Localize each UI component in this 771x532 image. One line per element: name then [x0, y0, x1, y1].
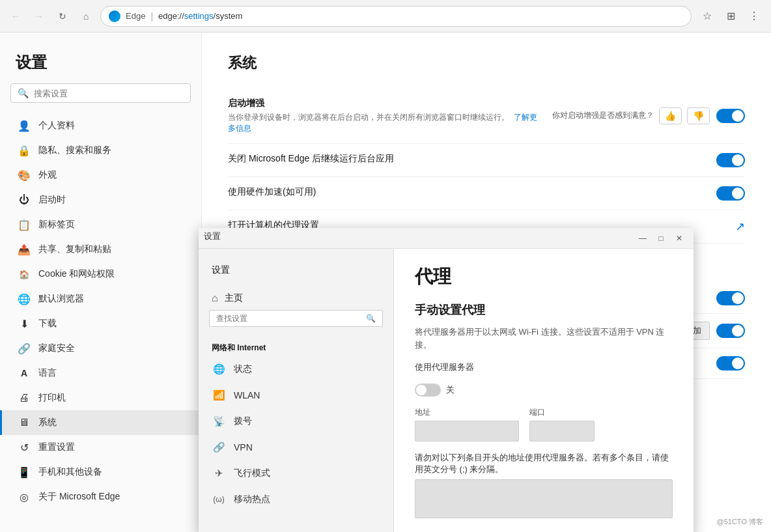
sidebar-item-mobile[interactable]: 📱 手机和其他设备 — [0, 460, 201, 484]
wlan-icon: 📶 — [212, 388, 226, 402]
address-field: 地址 — [415, 407, 519, 441]
sidebar-item-about[interactable]: ◎ 关于 Microsoft Edge — [0, 484, 201, 509]
dialog-nav-status[interactable]: 🌐 状态 — [199, 356, 393, 382]
share-icon: 📤 — [18, 243, 31, 256]
sidebar-item-default[interactable]: 🌐 默认浏览器 — [0, 287, 201, 311]
startup-icon: ⏻ — [18, 193, 31, 206]
fade-inactive-toggle[interactable] — [716, 324, 745, 338]
sidebar-item-label: 共享、复制和粘贴 — [38, 244, 111, 255]
sidebar-item-label: 隐私、搜索和服务 — [38, 145, 111, 156]
dialog-section-label: 网络和 Internet — [199, 337, 393, 356]
proxy-desc: 将代理服务器用于以太网或 Wi-Fi 连接。这些设置不适用于 VPN 连接。 — [415, 326, 673, 351]
sidebar-item-label: 关于 Microsoft Edge — [38, 491, 120, 503]
dialog-search-box[interactable]: 🔍 — [209, 310, 383, 327]
sidebar-item-label: 默认浏览器 — [38, 293, 84, 305]
proxy-use-label: 使用代理服务器 — [415, 361, 474, 373]
home-button[interactable]: ⌂ — [77, 7, 95, 25]
sidebar-item-download[interactable]: ⬇ 下载 — [0, 311, 201, 336]
address-bar[interactable]: Edge | edge://settings/system — [100, 6, 692, 27]
forward-button[interactable]: → — [30, 7, 48, 25]
sidebar-item-cookies[interactable]: 🏠 Cookie 和网站权限 — [0, 262, 201, 287]
collections-button[interactable]: ⊞ — [720, 6, 741, 27]
proxy-fields: 地址 端口 — [415, 407, 673, 441]
sidebar-item-label: 重置设置 — [38, 441, 75, 453]
dialog-nav-wlan[interactable]: 📶 WLAN — [199, 382, 393, 408]
port-input[interactable] — [529, 421, 595, 441]
proxy-toggle-state: 关 — [446, 384, 455, 396]
watermark: @51CTO 博客 — [717, 517, 763, 527]
sidebar-item-reset[interactable]: ↺ 重置设置 — [0, 435, 201, 460]
thumbup-button[interactable]: 👍 — [659, 107, 682, 124]
profile-icon: 👤 — [18, 119, 31, 132]
search-input[interactable] — [34, 89, 184, 98]
dialog-nav-vpn[interactable]: 🔗 VPN — [199, 434, 393, 460]
dialog-window-title: 设置 — [204, 231, 221, 246]
sidebar-item-startup[interactable]: ⏻ 启动时 — [0, 188, 201, 212]
search-box-wrapper: 🔍 — [0, 83, 201, 113]
sidebar-item-label: 外观 — [38, 169, 57, 181]
external-link-icon[interactable]: ↗ — [735, 219, 745, 234]
background-apps-title: 关闭 Microsoft Edge 后继续运行后台应用 — [228, 153, 716, 165]
back-button[interactable]: ← — [7, 7, 25, 25]
sidebar-item-label: 家庭安全 — [38, 343, 75, 354]
proxy-toggle-row: 关 — [415, 384, 673, 397]
dialog-nav-dialup[interactable]: 📡 拨号 — [199, 408, 393, 434]
sidebar-item-label: 打印机 — [38, 392, 66, 404]
dialog-titlebar: 设置 — □ ✕ — [199, 228, 694, 249]
sidebar-item-label: 下载 — [38, 318, 57, 329]
close-button[interactable]: ✕ — [670, 229, 688, 247]
proxy-sub-title: 手动设置代理 — [415, 302, 673, 318]
sidebar-item-label: 系统 — [38, 417, 57, 428]
sidebar-item-share[interactable]: 📤 共享、复制和粘贴 — [0, 237, 201, 262]
sidebar-item-newtab[interactable]: 📋 新标签页 — [0, 212, 201, 237]
more-button[interactable]: ⋮ — [744, 6, 764, 27]
minimize-button[interactable]: — — [634, 229, 652, 247]
startup-boost-title: 启动增强 — [228, 98, 542, 109]
sidebar-item-system[interactable]: 🖥 系统 — [0, 410, 201, 435]
feedback-section: 你对启动增强是否感到满意？ 👍 👎 — [552, 107, 710, 124]
port-field: 端口 — [529, 407, 595, 441]
home-icon: ⌂ — [212, 292, 218, 304]
dialog-sidebar: 设置 ⌂ 主页 🔍 网络和 Internet 🌐 状态 📶 WLAN 📡 拨号 — [199, 249, 394, 532]
address-separator: | — [150, 11, 153, 21]
hotspot-icon: (ω) — [212, 492, 226, 507]
favorites-button[interactable]: ☆ — [697, 6, 718, 27]
startup-boost-toggle[interactable] — [716, 109, 745, 123]
maximize-button[interactable]: □ — [652, 229, 670, 247]
proxy-page-title: 代理 — [415, 264, 673, 289]
refresh-button[interactable]: ↻ — [53, 7, 72, 25]
sleeping-tabs-toggle[interactable] — [716, 291, 745, 305]
about-icon: ◎ — [18, 490, 31, 503]
sidebar-item-privacy[interactable]: 🔒 隐私、搜索和服务 — [0, 138, 201, 163]
dialog-content: 代理 手动设置代理 将代理服务器用于以太网或 Wi-Fi 连接。这些设置不适用于… — [394, 249, 694, 532]
sidebar-item-label: 语言 — [38, 367, 57, 379]
proxy-toggle[interactable] — [415, 384, 441, 397]
efficiency-toggle[interactable] — [716, 356, 745, 371]
address-input[interactable] — [415, 421, 519, 441]
dialog-search-input[interactable] — [216, 314, 361, 323]
appearance-icon: 🎨 — [18, 169, 31, 182]
sidebar-item-profile[interactable]: 👤 个人资料 — [0, 113, 201, 138]
sidebar-item-appearance[interactable]: 🎨 外观 — [0, 163, 201, 188]
dialup-icon: 📡 — [212, 414, 226, 428]
dialog-nav-hotspot[interactable]: (ω) 移动热点 — [199, 486, 393, 512]
dialog-home-item[interactable]: ⌂ 主页 — [199, 287, 393, 310]
thumbdown-button[interactable]: 👎 — [687, 107, 710, 124]
hardware-accel-toggle[interactable] — [716, 186, 745, 201]
sidebar-item-lang[interactable]: A 语言 — [0, 361, 201, 385]
sidebar-item-print[interactable]: 🖨 打印机 — [0, 385, 201, 410]
window-controls: — □ ✕ — [634, 229, 688, 247]
dialog-sidebar-title: 设置 — [199, 259, 393, 287]
hardware-accel-title: 使用硬件加速(如可用) — [228, 186, 716, 198]
background-apps-toggle[interactable] — [716, 153, 745, 167]
system-icon: 🖥 — [18, 416, 31, 429]
sidebar-item-label: Cookie 和网站权限 — [38, 268, 115, 280]
proxy-exceptions-input[interactable] — [415, 479, 673, 518]
sidebar-item-label: 新标签页 — [38, 219, 75, 231]
address-text: edge://settings/system — [158, 11, 242, 21]
startup-boost-desc: 当你登录到设备时，浏览器将在后台启动，并在关闭所有浏览器窗口时继续运行。 了解更… — [228, 112, 542, 134]
default-icon: 🌐 — [18, 292, 31, 305]
sidebar-item-family[interactable]: 🔗 家庭安全 — [0, 336, 201, 361]
search-box[interactable]: 🔍 — [10, 83, 191, 103]
dialog-nav-flight[interactable]: ✈ 飞行模式 — [199, 460, 393, 486]
